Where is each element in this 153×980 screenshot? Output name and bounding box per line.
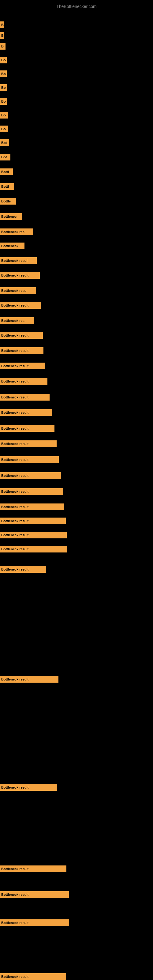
bar-row: Bottleneck result xyxy=(0,920,69,926)
bar-row: Bottleneck result xyxy=(0,425,54,432)
bar-label: Bottleneck result xyxy=(1,442,29,445)
bar-row: Bottleneck result xyxy=(0,472,61,479)
bar-label: Bottleneck result xyxy=(1,547,29,551)
bar-label: Bo xyxy=(1,100,6,103)
bar-row: B xyxy=(0,32,4,39)
site-title: TheBottlenecker.com xyxy=(0,2,153,11)
bar-row: Bo xyxy=(0,112,8,119)
bar-label: Bottleneck result xyxy=(1,867,29,871)
bar-label: Bottleneck result xyxy=(1,411,29,414)
bar-row: Bot xyxy=(0,154,10,161)
bar-label: B xyxy=(1,45,4,48)
bar-label: Bot xyxy=(1,141,7,145)
bar-row: Bo xyxy=(0,84,7,91)
bar-label: B xyxy=(1,23,4,27)
bar-row: Bottleneck result xyxy=(0,865,66,872)
bar-label: Bottleneck result xyxy=(1,505,29,509)
bar-row: Bottleneck result xyxy=(0,784,57,791)
bar-label: Bottleneck result xyxy=(1,893,29,896)
bar-label: Bottleneck result xyxy=(1,519,29,523)
bar-row: B xyxy=(0,21,4,28)
bar-row: Bot xyxy=(0,139,9,146)
bar-label: Bottleneck res xyxy=(1,319,24,323)
bar-row: Bottleneck result xyxy=(0,503,64,510)
bar-label: Bottleneck result xyxy=(1,364,29,368)
bar-label: Bottleneck result xyxy=(1,786,29,789)
bar-row: Bo xyxy=(0,70,7,77)
bar-row: B xyxy=(0,43,5,49)
bar-label: Bot xyxy=(1,155,7,159)
bar-row: Bo xyxy=(0,98,7,105)
bar-label: B xyxy=(1,34,4,37)
bar-row: Bottl xyxy=(0,183,14,190)
bar-row: Bottleneck result xyxy=(0,272,40,279)
bar-row: Bottleneck result xyxy=(0,546,67,552)
bar-label: Bo xyxy=(1,113,6,117)
bar-label: Bottle xyxy=(1,199,11,203)
bar-row: Bottleneck result xyxy=(0,531,67,538)
bar-row: Bottleneck result xyxy=(0,676,59,682)
bar-row: Bottleneck resul xyxy=(0,257,37,264)
bar-row: Bottleneck result xyxy=(0,409,52,416)
bar-label: Bottl xyxy=(1,170,9,173)
bar-label: Bo xyxy=(1,58,6,62)
bar-row: Bottleneck resu xyxy=(0,287,36,294)
bar-row: Bottleneck result xyxy=(0,973,66,980)
bar-row: Bo xyxy=(0,57,7,64)
bar-label: Bottlenec xyxy=(1,215,16,218)
bar-label: Bottleneck result xyxy=(1,379,29,383)
bar-label: Bottleneck resu xyxy=(1,289,27,293)
bar-row: Bottlenec xyxy=(0,213,22,220)
bar-row: Bo xyxy=(0,126,8,132)
bar-row: Bottleneck result xyxy=(0,332,43,339)
bar-label: Bottleneck result xyxy=(1,349,29,353)
bar-label: Bo xyxy=(1,72,6,76)
bar-label: Bottleneck result xyxy=(1,474,29,477)
bar-label: Bottleneck result xyxy=(1,426,29,430)
bar-row: Bottleneck result xyxy=(0,456,59,463)
bar-label: Bottleneck res xyxy=(1,230,24,234)
bar-row: Bottleneck result xyxy=(0,302,41,309)
bar-label: Bottleneck result xyxy=(1,395,29,399)
bar-row: Bottleneck result xyxy=(0,363,45,369)
bar-label: Bo xyxy=(1,86,6,89)
bar-row: Bottleneck result xyxy=(0,517,66,524)
bar-label: Bottleneck result xyxy=(1,975,29,978)
bar-row: Bottleneck xyxy=(0,243,24,249)
bar-label: Bottleneck xyxy=(1,244,18,248)
bar-row: Bottleneck result xyxy=(0,566,46,573)
bar-row: Bottleneck result xyxy=(0,378,48,385)
bar-label: Bottleneck result xyxy=(1,533,29,537)
bar-label: Bottleneck result xyxy=(1,334,29,337)
bar-row: Bottleneck result xyxy=(0,441,57,447)
bar-label: Bottl xyxy=(1,185,9,188)
bar-row: Bottleneck result xyxy=(0,891,69,898)
bar-label: Bottleneck result xyxy=(1,274,29,277)
bar-row: Bottleneck res xyxy=(0,317,34,324)
bar-label: Bottleneck resul xyxy=(1,259,27,262)
bar-row: Bottleneck result xyxy=(0,394,49,401)
bar-row: Bottle xyxy=(0,198,16,205)
bar-row: Bottleneck result xyxy=(0,488,63,495)
bar-row: Bottl xyxy=(0,169,13,175)
bar-label: Bottleneck result xyxy=(1,921,29,924)
bar-row: Bottleneck res xyxy=(0,229,33,235)
bar-label: Bottleneck result xyxy=(1,304,29,307)
bar-label: Bottleneck result xyxy=(1,490,29,493)
bar-label: Bo xyxy=(1,127,6,131)
bar-label: Bottleneck result xyxy=(1,678,29,681)
bar-row: Bottleneck result xyxy=(0,347,43,354)
bar-label: Bottleneck result xyxy=(1,568,29,571)
bar-label: Bottleneck result xyxy=(1,458,29,461)
